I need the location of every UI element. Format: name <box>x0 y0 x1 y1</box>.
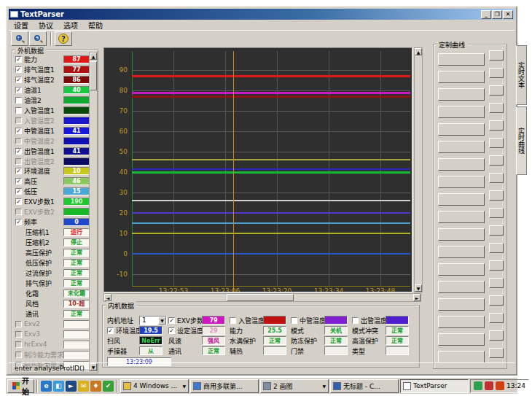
curve-slot-small-button[interactable] <box>489 155 504 166</box>
menu-item-2[interactable]: 选项 <box>58 20 83 31</box>
menu-item-3[interactable]: 帮助 <box>83 20 108 31</box>
checkbox[interactable]: ✓ <box>15 178 22 185</box>
checkbox[interactable]: ✓ <box>107 327 114 334</box>
curve-slot-small-button[interactable] <box>489 278 504 288</box>
checkbox[interactable]: ✓ <box>168 327 175 334</box>
curve-slot-small-button[interactable] <box>489 295 504 306</box>
outdoor-item-row: ✓低压15 <box>14 187 90 196</box>
checkbox[interactable]: ✓ <box>15 56 22 63</box>
antivirus-icon[interactable] <box>496 381 504 390</box>
checkbox[interactable]: ✓ <box>15 66 22 73</box>
curve-slot-small-button[interactable] <box>489 50 504 61</box>
taskbar-button[interactable]: 无标题 - C... <box>330 379 399 393</box>
lock-icon[interactable]: ♦ <box>90 381 101 392</box>
checkbox[interactable]: ✓ <box>15 188 22 195</box>
menu-item-0[interactable]: 设置 <box>9 20 34 31</box>
curve-slot-button[interactable] <box>438 298 485 311</box>
restore-button[interactable]: ❐ <box>492 10 502 19</box>
checkbox[interactable]: ✓ <box>15 87 22 93</box>
check-icon[interactable]: ✔ <box>103 381 114 392</box>
curve-slot-small-button[interactable] <box>489 190 504 201</box>
zoom-in-button[interactable]: + <box>11 31 28 46</box>
curve-slot-small-button[interactable] <box>489 225 504 236</box>
checkbox[interactable]: ✓ <box>15 198 22 205</box>
curve-slot-button[interactable] <box>438 53 485 66</box>
curve-slot-button[interactable] <box>438 176 485 188</box>
curve-slot-button[interactable] <box>438 281 485 293</box>
scroll-left-icon[interactable]: ◄ <box>104 294 112 301</box>
chart-cursor-line[interactable] <box>233 51 234 292</box>
curve-slot-small-button[interactable] <box>489 120 504 131</box>
checkbox[interactable] <box>352 317 359 324</box>
curve-slot-button[interactable] <box>438 88 485 101</box>
chart-vertical-scrollbar[interactable]: ▲ ▼ <box>414 47 423 292</box>
curve-slot-button[interactable] <box>438 71 485 83</box>
mail-icon[interactable]: ✉ <box>78 381 89 392</box>
curve-slot-button[interactable] <box>438 351 485 363</box>
outdoor-scrollbar[interactable]: ▲ ▼ <box>89 52 98 371</box>
curve-slot-small-button[interactable] <box>489 85 504 96</box>
desktop-icon[interactable]: ◧ <box>53 381 64 392</box>
checkbox[interactable] <box>15 97 22 104</box>
scroll-down-icon[interactable]: ▼ <box>415 284 422 292</box>
taskbar-button[interactable]: 4 Windows ...▼ <box>120 379 189 393</box>
tab-realtime-text[interactable]: 实时文本 <box>516 45 527 105</box>
zoom-out-button[interactable]: - <box>29 31 47 46</box>
checkbox[interactable] <box>291 317 297 324</box>
curve-slot-button[interactable] <box>438 193 485 206</box>
chevron-down-icon[interactable]: ▼ <box>158 317 166 325</box>
realtime-curve-chart[interactable]: 9080706050403020100-1013:22:5313:23:0613… <box>103 47 412 292</box>
checkbox[interactable] <box>230 317 236 324</box>
chart-scroll-thumb[interactable] <box>227 294 294 301</box>
checkbox[interactable]: ✓ <box>15 128 22 134</box>
curve-slot-small-button[interactable] <box>489 103 504 113</box>
chart-horizontal-scrollbar[interactable]: ◄ ► <box>103 293 421 302</box>
checkbox[interactable]: ✓ <box>15 168 22 174</box>
curve-slot-small-button[interactable] <box>489 138 504 148</box>
minimize-button[interactable]: _ <box>481 10 491 19</box>
outdoor-scroll-thumb[interactable] <box>90 61 97 90</box>
ie-icon[interactable]: e <box>41 381 52 392</box>
curve-slot-button[interactable] <box>438 211 485 223</box>
scroll-right-icon[interactable]: ► <box>413 294 420 301</box>
curve-slot-button[interactable] <box>438 123 485 136</box>
curve-slot-small-button[interactable] <box>489 68 504 78</box>
indoor-address-dropdown[interactable]: 1▼ <box>139 316 167 325</box>
menu-item-1[interactable]: 协议 <box>34 20 58 31</box>
checkbox[interactable]: ✓ <box>15 148 22 155</box>
taskbar-button[interactable]: 商用多联第... <box>190 379 259 393</box>
scroll-up-icon[interactable]: ▲ <box>415 48 422 55</box>
curve-slot-button[interactable] <box>438 263 485 276</box>
checkbox[interactable] <box>15 107 22 114</box>
title-bar[interactable]: TextParser _ ❐ ✕ <box>9 9 515 20</box>
curve-slot-button[interactable] <box>438 333 485 346</box>
checkbox[interactable]: ✓ <box>15 219 22 225</box>
volume-icon[interactable] <box>474 381 482 390</box>
chart-xtick-label: 13:23:06 <box>206 287 244 292</box>
player-icon[interactable]: ► <box>66 381 77 392</box>
curve-slot-button[interactable] <box>438 141 485 153</box>
taskbar-button[interactable]: TextParser <box>400 379 469 393</box>
help-button[interactable]: ? <box>55 31 72 46</box>
curve-slot-button[interactable] <box>438 106 485 118</box>
curve-slot-small-button[interactable] <box>489 330 504 341</box>
curve-slot-small-button[interactable] <box>489 243 504 253</box>
curve-slot-button[interactable] <box>438 246 485 258</box>
scroll-up-icon[interactable]: ▲ <box>90 53 97 60</box>
curve-slot-small-button[interactable] <box>489 260 504 271</box>
curve-slot-small-button[interactable] <box>489 173 504 183</box>
taskbar-button[interactable]: 2 画图▼ <box>260 379 329 393</box>
curve-slot-button[interactable] <box>438 228 485 241</box>
checkbox[interactable]: ✓ <box>15 77 22 83</box>
curve-slot-button[interactable] <box>438 316 485 328</box>
curve-slot-button[interactable] <box>438 158 485 171</box>
tab-realtime-curve[interactable]: 实时曲线 <box>516 106 527 175</box>
network-icon[interactable] <box>485 381 493 390</box>
curve-slot-small-button[interactable] <box>489 313 504 323</box>
checkbox[interactable]: ✓ <box>168 317 175 324</box>
curve-slot-small-button[interactable] <box>489 208 504 218</box>
start-button[interactable]: 开始 <box>7 379 34 393</box>
close-button[interactable]: ✕ <box>503 10 513 19</box>
value-badge: 87 <box>63 55 90 63</box>
curve-slot-small-button[interactable] <box>489 348 504 358</box>
